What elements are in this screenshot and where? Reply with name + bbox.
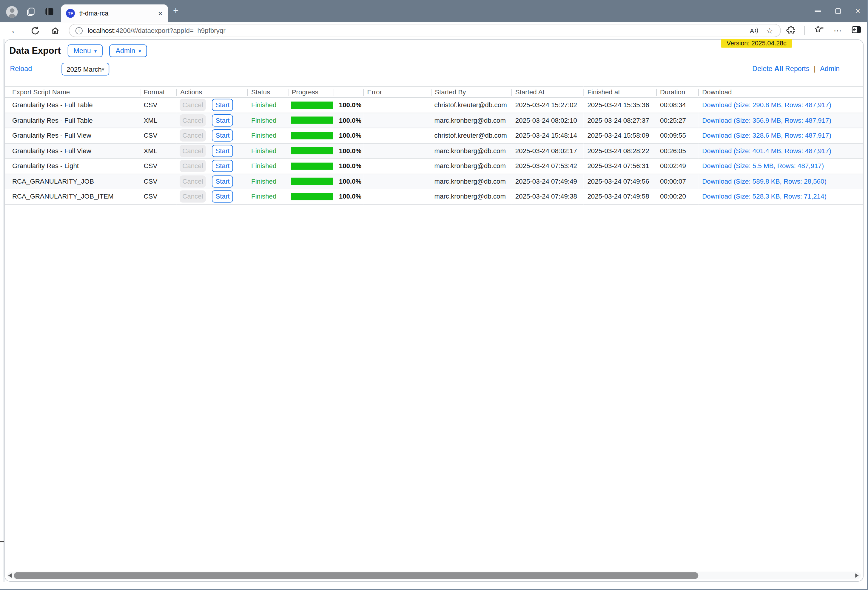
cell-format: CSV: [140, 128, 176, 143]
cell-export-script-name: RCA_GRANULARITY_JOB_ITEM: [5, 189, 140, 204]
cell-export-script-name: Granularity Res - Light: [5, 158, 140, 174]
toolbar-divider: [804, 26, 805, 35]
scrollbar-thumb[interactable]: [14, 572, 698, 579]
col-header-export-script-name: Export Script Name: [5, 86, 140, 98]
menu-button[interactable]: Menu▾: [68, 44, 103, 57]
cell-duration: 00:09:55: [656, 128, 698, 143]
site-info-icon[interactable]: i: [75, 27, 83, 34]
cancel-button[interactable]: Cancel: [180, 160, 205, 172]
cell-duration: 00:08:34: [656, 98, 698, 112]
status-text: Finished: [247, 128, 288, 143]
admin-link[interactable]: Admin: [820, 65, 840, 72]
download-link[interactable]: Download (Size: 528.3 KB, Rows: 71,214): [702, 192, 827, 200]
start-button[interactable]: Start: [212, 191, 233, 203]
tab-close-icon[interactable]: ×: [158, 9, 162, 18]
workspaces-icon[interactable]: [26, 7, 35, 16]
window-minimize-button[interactable]: [815, 10, 821, 12]
table-row: Granularity Res - Full View XML Cancel S…: [5, 143, 863, 158]
download-link[interactable]: Download (Size: 328.6 MB, Rows: 487,917): [702, 132, 831, 139]
cancel-button[interactable]: Cancel: [180, 99, 205, 111]
cell-actions: Cancel Start: [176, 112, 247, 128]
progress-bar: [291, 193, 333, 200]
cell-duration: 00:26:05: [656, 143, 698, 158]
cancel-button[interactable]: Cancel: [180, 130, 205, 142]
cell-error: [363, 98, 431, 112]
cell-download: Download (Size: 290.8 MB, Rows: 487,917): [698, 98, 863, 112]
cell-progress: [288, 98, 333, 112]
start-button[interactable]: Start: [212, 175, 233, 188]
month-selector[interactable]: 2025 March ▾: [62, 63, 109, 75]
start-button[interactable]: Start: [212, 145, 233, 157]
col-header-format: Format: [140, 86, 176, 98]
tab-title: tf-dma-rca: [80, 10, 158, 16]
back-button[interactable]: ←: [7, 23, 23, 38]
cell-format: CSV: [140, 158, 176, 174]
progress-bar: [291, 117, 333, 124]
start-button[interactable]: Start: [212, 99, 233, 111]
export-table: Export Script Name Format Actions Status…: [5, 86, 863, 204]
table-row: Granularity Res - Full Table XML Cancel …: [5, 112, 863, 128]
collections-icon[interactable]: [814, 25, 824, 36]
cancel-button[interactable]: Cancel: [180, 175, 205, 188]
cancel-button[interactable]: Cancel: [180, 114, 205, 126]
progress-percent: 100.0%: [333, 98, 363, 112]
horizontal-scrollbar[interactable]: [7, 572, 861, 580]
new-tab-button[interactable]: +: [173, 6, 179, 17]
cell-started-at: 2025-03-24 07:49:38: [511, 189, 584, 204]
cell-finished-at: 2025-03-24 08:27:37: [583, 112, 656, 128]
page-content: Version: 2025.04.28c Data Export Menu▾ A…: [4, 39, 864, 582]
status-text: Finished: [247, 189, 288, 204]
scroll-left-icon[interactable]: [8, 573, 12, 578]
browser-titlebar: TF tf-dma-rca × + ×: [0, 0, 867, 22]
table-row: Granularity Res - Light CSV Cancel Start…: [5, 158, 863, 174]
cell-progress: [288, 128, 333, 143]
sidebar-toggle-icon[interactable]: [851, 25, 861, 36]
browser-window: TF tf-dma-rca × + × ← i: [0, 0, 868, 590]
cancel-button[interactable]: Cancel: [180, 145, 205, 157]
table-row: Granularity Res - Full View CSV Cancel S…: [5, 128, 863, 143]
cell-started-by: marc.kronberg@db.com: [431, 158, 511, 174]
profile-avatar-icon[interactable]: [6, 6, 18, 18]
tab-actions-icon[interactable]: [44, 7, 54, 16]
window-maximize-button[interactable]: [836, 8, 841, 14]
cell-format: CSV: [140, 174, 176, 189]
cell-export-script-name: RCA_GRANULARITY_JOB: [5, 174, 140, 189]
browser-tab[interactable]: TF tf-dma-rca ×: [61, 4, 168, 22]
chevron-down-icon: ▾: [139, 48, 141, 54]
download-link[interactable]: Download (Size: 589.8 KB, Rows: 28,560): [702, 177, 827, 185]
cell-started-by: marc.kronberg@db.com: [431, 143, 511, 158]
cell-started-by: marc.kronberg@db.com: [431, 112, 511, 128]
version-badge: Version: 2025.04.28c: [721, 39, 792, 48]
url-text[interactable]: localhost:4200/#/dataexport?appId=_h9pfb…: [88, 27, 750, 34]
favorite-star-icon[interactable]: ☆: [766, 26, 773, 35]
cell-error: [363, 189, 431, 204]
download-link[interactable]: Download (Size: 290.8 MB, Rows: 487,917): [702, 101, 831, 109]
cell-error: [363, 128, 431, 143]
download-link[interactable]: Download (Size: 401.4 MB, Rows: 487,917): [702, 147, 831, 155]
settings-more-icon[interactable]: ⋯: [834, 26, 842, 35]
progress-percent: 100.0%: [333, 174, 363, 189]
table-body: Granularity Res - Full Table CSV Cancel …: [5, 98, 863, 204]
delete-all-reports-link[interactable]: Delete All Reports: [752, 65, 809, 72]
read-aloud-icon[interactable]: A: [750, 27, 759, 34]
download-link[interactable]: Download (Size: 5.5 MB, Rows: 487,917): [702, 162, 824, 170]
scroll-right-icon[interactable]: [855, 573, 858, 578]
refresh-button[interactable]: [27, 23, 43, 38]
cell-actions: Cancel Start: [176, 128, 247, 143]
cell-duration: 00:02:49: [656, 158, 698, 174]
start-button[interactable]: Start: [212, 160, 233, 172]
download-link[interactable]: Download (Size: 356.9 MB, Rows: 487,917): [702, 117, 831, 124]
cell-error: [363, 143, 431, 158]
cancel-button[interactable]: Cancel: [180, 191, 205, 203]
admin-button[interactable]: Admin▾: [109, 44, 147, 57]
start-button[interactable]: Start: [212, 130, 233, 142]
home-button[interactable]: [47, 23, 63, 38]
cell-error: [363, 174, 431, 189]
window-close-button[interactable]: ×: [855, 8, 860, 14]
url-bar[interactable]: i localhost:4200/#/dataexport?appId=_h9p…: [69, 24, 781, 37]
progress-bar: [291, 147, 333, 154]
start-button[interactable]: Start: [212, 114, 233, 126]
extensions-puzzle-icon[interactable]: [785, 25, 795, 36]
reload-link[interactable]: Reload: [10, 65, 32, 72]
cell-duration: 00:25:27: [656, 112, 698, 128]
